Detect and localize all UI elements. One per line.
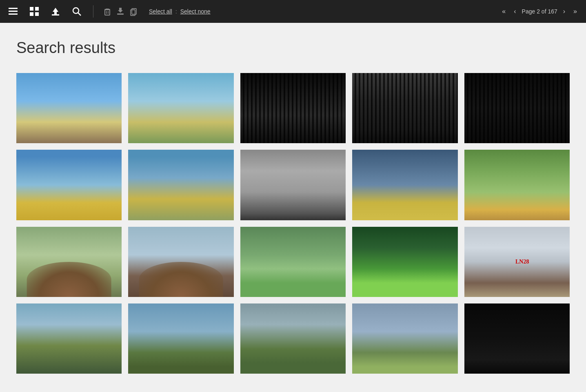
prev-page-button[interactable]: ‹ — [511, 6, 518, 17]
image-grid — [16, 73, 570, 374]
svg-marker-16 — [118, 8, 123, 13]
upload-icon[interactable] — [49, 5, 62, 18]
image-cell-19[interactable] — [352, 303, 457, 374]
svg-rect-17 — [117, 13, 124, 15]
last-page-button[interactable]: » — [571, 6, 579, 17]
image-cell-14[interactable] — [352, 227, 457, 297]
image-cell-5[interactable] — [464, 73, 570, 143]
svg-rect-6 — [35, 12, 39, 16]
image-cell-18[interactable] — [240, 303, 346, 374]
svg-rect-0 — [9, 8, 18, 9]
copy-icon[interactable] — [129, 7, 138, 16]
image-cell-11[interactable] — [16, 227, 122, 297]
image-cell-9[interactable] — [352, 150, 457, 220]
svg-rect-5 — [30, 12, 33, 16]
select-controls: Select all : Select none — [149, 8, 211, 15]
svg-point-9 — [73, 8, 79, 13]
toolbar: Select all : Select none « ‹ Page 2 of 1… — [0, 0, 586, 23]
image-cell-2[interactable] — [128, 73, 233, 143]
image-cell-10[interactable] — [464, 150, 570, 220]
svg-rect-19 — [131, 10, 135, 16]
download-icon[interactable] — [116, 7, 124, 16]
svg-rect-3 — [30, 7, 33, 11]
image-cell-4[interactable] — [352, 73, 457, 143]
select-all-link[interactable]: Select all — [149, 8, 172, 15]
menu-icon[interactable] — [7, 5, 20, 18]
image-cell-12[interactable] — [128, 227, 233, 297]
svg-rect-8 — [52, 14, 59, 16]
toolbar-left: Select all : Select none — [7, 5, 491, 18]
image-cell-3[interactable] — [240, 73, 346, 143]
image-cell-13[interactable] — [240, 227, 346, 297]
select-none-link[interactable]: Select none — [180, 8, 211, 15]
search-icon[interactable] — [70, 5, 83, 18]
svg-line-10 — [78, 13, 81, 16]
page-info: Page 2 of 167 — [522, 8, 557, 15]
grid-icon[interactable] — [28, 5, 41, 18]
toolbar-sep-1 — [93, 5, 93, 18]
image-cell-1[interactable] — [16, 73, 122, 143]
image-cell-6[interactable] — [16, 150, 122, 220]
image-cell-15[interactable] — [464, 227, 570, 297]
svg-rect-13 — [105, 10, 110, 15]
first-page-button[interactable]: « — [499, 6, 508, 17]
delete-icon[interactable] — [103, 7, 111, 16]
svg-rect-4 — [35, 7, 39, 11]
image-cell-8[interactable] — [240, 150, 346, 220]
next-page-button[interactable]: › — [561, 6, 568, 17]
toolbar-right: « ‹ Page 2 of 167 › » — [499, 6, 579, 17]
action-icons — [103, 7, 138, 16]
image-cell-20[interactable] — [464, 303, 570, 374]
svg-marker-7 — [53, 8, 58, 15]
select-divider: : — [175, 8, 177, 15]
main-content: Search results — [0, 23, 586, 390]
svg-rect-2 — [9, 13, 18, 15]
image-cell-17[interactable] — [128, 303, 233, 374]
image-cell-7[interactable] — [128, 150, 233, 220]
image-cell-16[interactable] — [16, 303, 122, 374]
svg-rect-11 — [106, 9, 109, 9]
svg-rect-1 — [9, 11, 18, 12]
page-title: Search results — [16, 39, 570, 57]
